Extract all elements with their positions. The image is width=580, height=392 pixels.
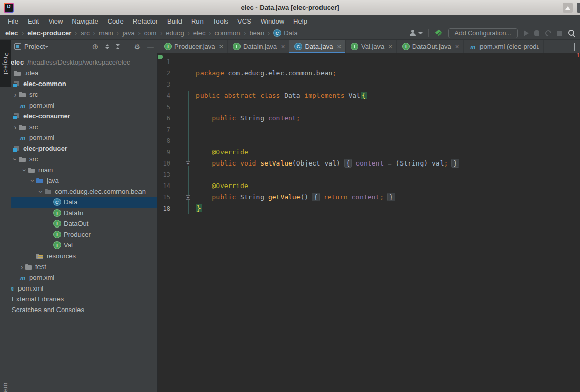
chevron-collapsed-icon[interactable]: › — [18, 264, 25, 270]
run-icon[interactable] — [524, 30, 529, 36]
chevron-collapsed-icon[interactable]: › — [12, 124, 18, 130]
menu-item-navigate[interactable]: Navigate — [67, 17, 103, 25]
fold-gutter[interactable] — [184, 147, 192, 158]
tree-item-elec-consumer[interactable]: elec-consumer — [11, 111, 157, 121]
locate-file-icon[interactable]: ⊕ — [92, 43, 99, 51]
tool-window-tab-project[interactable]: Project — [0, 40, 11, 87]
hide-panel-icon[interactable]: — — [147, 43, 154, 50]
tab-datain-java[interactable]: DataIn.java× — [228, 40, 289, 53]
override-method-icon[interactable] — [173, 194, 181, 201]
menu-item-run[interactable]: Run — [187, 17, 208, 25]
line-number[interactable]: 2 — [158, 68, 173, 79]
menu-item-edit[interactable]: Edit — [23, 17, 44, 25]
breadcrumb-item-bean[interactable]: bean — [249, 29, 264, 37]
close-icon[interactable]: × — [337, 43, 341, 50]
fold-gutter[interactable] — [184, 113, 192, 124]
fold-expand-icon[interactable] — [186, 195, 190, 200]
breadcrumb-item-com[interactable]: com — [144, 29, 157, 37]
build-hammer-icon[interactable] — [434, 29, 443, 37]
fold-gutter[interactable] — [184, 90, 192, 101]
tree-item-main[interactable]: ›main — [11, 164, 157, 175]
tree-item-com-educg-elec-common-bean[interactable]: ›com.educg.elec.common.bean — [11, 186, 157, 197]
tree-item-pom-xml[interactable]: pom.xml — [11, 283, 157, 294]
tab-data-java[interactable]: Data.java× — [289, 40, 346, 53]
tree-item-scratches-and-consoles[interactable]: Scratches and Consoles — [11, 304, 157, 315]
fold-gutter[interactable] — [184, 135, 192, 147]
tool-window-tab-structure[interactable]: ure — [0, 383, 11, 392]
chevron-expanded-icon[interactable]: › — [22, 167, 28, 173]
code-text[interactable]: package com.educg.elec.common.bean; — [192, 68, 336, 79]
tree-item-java[interactable]: ›java — [11, 175, 157, 186]
line-number[interactable]: 5 — [158, 101, 173, 113]
code-text[interactable]: } — [192, 203, 202, 214]
menu-item-view[interactable]: View — [44, 17, 67, 25]
search-icon[interactable] — [568, 29, 576, 37]
chevron-expanded-icon[interactable]: › — [30, 178, 36, 184]
code-text[interactable]: public String content; — [192, 113, 301, 124]
fold-gutter[interactable] — [184, 203, 192, 214]
line-number[interactable]: 10 — [158, 158, 173, 169]
tree-item-elec[interactable]: elec/headless/Desktop/workspace/elec — [11, 57, 157, 68]
fold-gutter[interactable] — [184, 158, 192, 169]
tree-item-pom-xml[interactable]: pom.xml — [11, 132, 157, 143]
code-text[interactable]: public void setValue(Object val) { conte… — [192, 158, 459, 169]
editor-line-6[interactable]: 6 public String content; — [158, 113, 580, 124]
code-text[interactable]: @Override — [192, 147, 248, 158]
code-editor[interactable]: 12package com.educg.elec.common.bean;34p… — [158, 53, 580, 392]
line-number[interactable]: 15 — [158, 192, 173, 203]
user-menu-button[interactable] — [409, 29, 423, 37]
breadcrumb-item-elec[interactable]: elec — [5, 29, 18, 37]
editor-line-1[interactable]: 1 — [158, 56, 580, 68]
tree-item-producer[interactable]: Producer — [11, 229, 157, 240]
editor-line-9[interactable]: 9 @Override — [158, 147, 580, 158]
close-icon[interactable]: × — [281, 43, 285, 50]
tree-item-elec-common[interactable]: elec-common — [11, 78, 157, 89]
editor-line-14[interactable]: 14 @Override — [158, 180, 580, 192]
editor-line-2[interactable]: 2package com.educg.elec.common.bean; — [158, 68, 580, 79]
close-icon[interactable]: × — [388, 43, 392, 50]
menu-item-code[interactable]: Code — [103, 17, 128, 25]
chevron-expanded-icon[interactable]: › — [38, 189, 44, 195]
tree-item-dataout[interactable]: DataOut — [11, 218, 157, 229]
fold-gutter[interactable] — [184, 192, 192, 203]
coverage-icon[interactable] — [544, 29, 553, 37]
fold-gutter[interactable] — [184, 124, 192, 135]
shade-window-button[interactable] — [563, 3, 573, 13]
breadcrumb-item-src[interactable]: src — [81, 29, 89, 37]
code-text[interactable]: public abstract class Data implements Va… — [192, 90, 367, 101]
editor-line-5[interactable]: 5 — [158, 101, 580, 113]
intellij-logo-icon[interactable] — [4, 3, 14, 13]
line-number[interactable]: 7 — [158, 124, 173, 135]
settings-gear-icon[interactable]: ⚙ — [134, 43, 141, 51]
collapse-all-icon[interactable] — [116, 44, 120, 49]
tab-pom-xml-elec-producer[interactable]: pom.xml (elec-producer) — [464, 40, 544, 53]
editor-line-15[interactable]: 15 public String getValue() { return con… — [158, 192, 580, 203]
menu-item-build[interactable]: Build — [163, 17, 187, 25]
menu-item-tools[interactable]: Tools — [208, 17, 233, 25]
line-number[interactable]: 4 — [158, 90, 173, 101]
tab-producer-java[interactable]: Producer.java× — [159, 40, 228, 53]
fold-gutter[interactable] — [184, 68, 192, 79]
tree-item-external-libraries[interactable]: External Libraries — [11, 294, 157, 304]
editor-line-4[interactable]: 4public abstract class Data implements V… — [158, 90, 580, 101]
chevron-collapsed-icon[interactable]: › — [12, 92, 18, 98]
window-control-partial[interactable] — [577, 3, 580, 13]
breadcrumb-item-java[interactable]: java — [123, 29, 135, 37]
menu-item-vcs[interactable]: VCS — [233, 17, 256, 25]
breadcrumb-item-data[interactable]: Data — [273, 29, 297, 37]
debug-icon[interactable] — [534, 30, 539, 36]
tree-item-src[interactable]: ›src — [11, 89, 157, 100]
gutter[interactable] — [173, 160, 184, 167]
override-method-icon[interactable] — [173, 160, 181, 167]
tree-item-resources[interactable]: resources — [11, 251, 157, 261]
tab-val-java[interactable]: Val.java× — [346, 40, 397, 53]
tree-item-val[interactable]: Val — [11, 240, 157, 251]
fold-gutter[interactable] — [184, 169, 192, 180]
project-view-selector[interactable]: Project — [24, 43, 45, 50]
editor-line-13[interactable]: 13 — [158, 169, 580, 180]
menu-item-refactor[interactable]: Refactor — [128, 17, 163, 25]
close-icon[interactable]: × — [219, 43, 224, 50]
tree-item-src[interactable]: ›src — [11, 121, 157, 132]
editor-line-8[interactable]: 8 — [158, 135, 580, 147]
line-number[interactable]: 13 — [158, 169, 173, 180]
